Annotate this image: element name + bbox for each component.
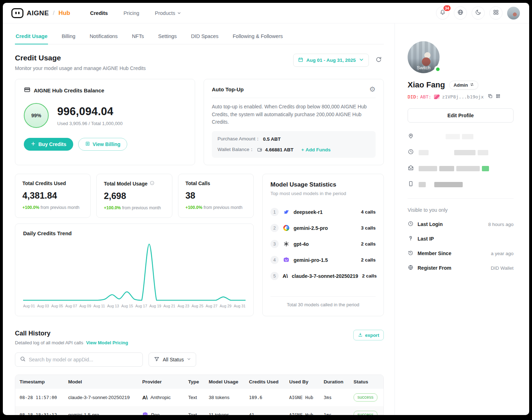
nav-actions: 34 xyxy=(436,6,520,20)
main-content: Credit UsageBillingNotificationsNFTsSett… xyxy=(3,23,394,415)
tab-nfts[interactable]: NFTs xyxy=(131,28,145,44)
cell-duration: 1ms xyxy=(319,406,349,415)
did-value: z1VP8j...b19ojx xyxy=(442,94,484,99)
x-tick-label: Aug 15 xyxy=(121,304,133,308)
auto-topup-title: Auto Top-Up xyxy=(212,86,244,92)
clock-icon xyxy=(408,221,414,228)
search-box xyxy=(15,352,143,367)
search-input[interactable] xyxy=(29,357,138,362)
edit-profile-button[interactable]: Edit Profile xyxy=(408,108,514,123)
navbar: AIGNE / Hub CreditsPricingProducts 34 xyxy=(3,3,529,23)
profile-detail-location xyxy=(408,133,514,140)
tab-following-followers[interactable]: Following & Followers xyxy=(232,28,284,44)
balance-amount: 996,094.04 xyxy=(57,105,123,118)
notification-badge: 34 xyxy=(443,5,451,12)
tab-did-spaces[interactable]: DID Spaces xyxy=(190,28,219,44)
apps-button[interactable] xyxy=(489,6,503,20)
call-history-table: TimestampModelProviderTypeModel UsageCre… xyxy=(15,375,384,415)
model-stat-row-gpt-4o[interactable]: 3 gpt-4o 2 calls xyxy=(270,236,376,252)
copy-icon[interactable] xyxy=(488,93,493,100)
chevron-down-icon xyxy=(359,57,364,64)
nav-link-products[interactable]: Products xyxy=(155,10,181,16)
buy-credits-button[interactable]: Buy Credits xyxy=(24,138,73,151)
status-badge: success xyxy=(354,393,377,402)
x-tick-label: Aug 05 xyxy=(51,304,63,308)
model-name: gpt-4o xyxy=(294,241,309,247)
x-tick-label: Aug 31 xyxy=(234,304,246,308)
profile-details xyxy=(408,133,514,188)
view-billing-button[interactable]: View Billing xyxy=(78,138,127,151)
notifications-button[interactable]: 34 xyxy=(436,6,449,20)
meta-row-register-from: Register From DID Wallet xyxy=(408,264,514,271)
model-stats-footer: Total 30 models called in the period xyxy=(270,296,376,310)
x-tick-label: Aug 27 xyxy=(206,304,217,308)
role-badge[interactable]: Admin xyxy=(449,81,478,90)
chevron-down-icon xyxy=(187,357,191,362)
did-label: DID: xyxy=(408,94,419,99)
refresh-button[interactable] xyxy=(373,55,384,66)
purchase-amount-label: Purchase Amount： xyxy=(217,136,260,142)
qr-code-icon[interactable] xyxy=(495,93,501,100)
add-funds-button[interactable]: +Add Funds xyxy=(301,147,331,152)
gear-icon[interactable]: ⚙ xyxy=(369,86,376,93)
x-tick-label: Aug 01 xyxy=(23,304,35,308)
avatar[interactable] xyxy=(507,7,520,20)
x-tick-label: Aug 19 xyxy=(149,304,161,308)
table-row[interactable]: 08-18 18:31:12 gemini-1.5-pro Poe Text 1… xyxy=(15,406,383,415)
credits-balance-card: AIGNE Hub Credits Balance 99% 996,094.04… xyxy=(15,79,195,165)
stat-value: 2,698 xyxy=(104,191,165,201)
model-stat-row-claude-3-7-sonnet-20250219[interactable]: 5 A\ claude-3-7-sonnet-20250219 2 calls xyxy=(270,268,376,284)
wallet-icon xyxy=(257,147,262,152)
cell-credits-used: 41 xyxy=(244,406,285,415)
profile-name: Xiao Fang xyxy=(408,80,445,90)
brand-logo[interactable]: AIGNE / Hub xyxy=(11,8,70,18)
profile-sidebar: Switch Xiao Fang Admin DID: ABT: z1VP8j.… xyxy=(394,23,529,415)
x-tick-label: Aug 11 xyxy=(93,304,105,308)
online-status-dot xyxy=(434,66,441,72)
date-range-picker[interactable]: Aug 01 - Aug 31, 2025 xyxy=(293,54,369,67)
rank-badge: 1 xyxy=(270,208,279,216)
column-header-status: Status xyxy=(349,375,383,389)
purchase-amount-value: 0.5 ABT xyxy=(263,136,281,142)
cell-used-by: AIGNE Hub xyxy=(285,389,319,406)
meta-row-member-since: Member Since a year ago xyxy=(408,250,514,257)
search-icon xyxy=(20,356,26,364)
nav-link-credits[interactable]: Credits xyxy=(90,10,108,16)
model-calls: 2 calls xyxy=(362,273,377,279)
language-button[interactable] xyxy=(454,6,467,20)
x-tick-label: Aug 25 xyxy=(192,304,203,308)
view-model-pricing-link[interactable]: View Model Pricing xyxy=(86,340,128,345)
cell-used-by: AIGNE Hub xyxy=(285,406,319,415)
tab-notifications[interactable]: Notifications xyxy=(89,28,118,44)
model-stat-row-gemini-pro-1-5[interactable]: 4 gemini-pro-1.5 2 calls xyxy=(270,252,376,268)
tab-bar: Credit UsageBillingNotificationsNFTsSett… xyxy=(15,28,384,44)
status-filter-value: All Status xyxy=(163,357,184,362)
table-row[interactable]: 08-28 11:57:00 claude-3-7-sonnet-2025021… xyxy=(15,389,383,406)
call-history-subtitle: Detailed log of all model API calls xyxy=(15,340,83,345)
chart-title: Daily Credits Trend xyxy=(23,230,246,236)
column-header-model-usage: Model Usage xyxy=(204,375,244,389)
status-filter-dropdown[interactable]: All Status xyxy=(149,352,196,367)
theme-toggle-button[interactable] xyxy=(472,6,485,20)
model-name: deepseek-r1 xyxy=(294,209,323,215)
export-button[interactable]: export xyxy=(353,330,384,340)
download-icon xyxy=(358,332,363,338)
model-stat-row-deepseek-r1[interactable]: 1 deepseek-r1 4 calls xyxy=(270,204,376,220)
tab-credit-usage[interactable]: Credit Usage xyxy=(15,28,48,44)
call-history-title: Call History xyxy=(15,330,128,337)
nav-link-pricing[interactable]: Pricing xyxy=(123,10,139,16)
funnel-icon xyxy=(154,356,160,364)
export-label: export xyxy=(365,333,379,338)
x-tick-label: Aug 07 xyxy=(65,304,77,308)
auto-topup-card: Auto Top-Up ⚙ Auto top-up is enabled. Wh… xyxy=(204,79,384,165)
cell-model: claude-3-7-sonnet-20250219 xyxy=(64,389,138,406)
phone-icon xyxy=(408,181,414,188)
tab-billing[interactable]: Billing xyxy=(61,28,76,44)
meta-label: Register From xyxy=(418,265,451,271)
column-header-provider: Provider xyxy=(138,375,184,389)
date-range-value: Aug 01 - Aug 31, 2025 xyxy=(306,58,356,63)
visibility-note: Visible to you only xyxy=(408,207,514,213)
tab-settings[interactable]: Settings xyxy=(157,28,177,44)
column-header-credits-used: Credits Used xyxy=(244,375,285,389)
model-stat-row-gemini-2-5-pro[interactable]: 2 gemini-2.5-pro 3 calls xyxy=(270,220,376,236)
